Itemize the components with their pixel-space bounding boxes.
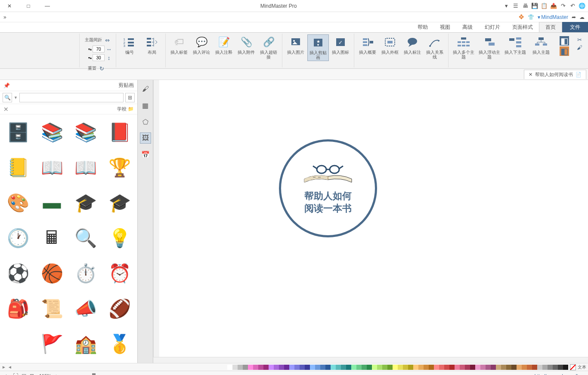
- color-swatch[interactable]: [325, 365, 331, 370]
- color-swatch[interactable]: [444, 365, 449, 370]
- color-swatch[interactable]: [532, 365, 537, 370]
- swatch-scroll-right[interactable]: ►: [2, 365, 6, 369]
- color-swatch[interactable]: [511, 365, 517, 370]
- clipart-grad-cap1[interactable]: 🎓: [105, 188, 135, 218]
- central-node[interactable]: 帮助人如何 阅读一本书: [279, 139, 377, 237]
- color-swatch[interactable]: [434, 365, 439, 370]
- color-swatch[interactable]: [387, 365, 393, 370]
- insert-comment-button[interactable]: 💬插入评论: [191, 34, 212, 55]
- color-swatch[interactable]: [377, 365, 382, 370]
- doc-name[interactable]: MindMaster ▾: [538, 14, 568, 20]
- zoom-minus[interactable]: −: [116, 373, 119, 375]
- clipart-books-row[interactable]: 📚: [37, 117, 67, 147]
- fill-color2-icon[interactable]: ◧: [560, 46, 569, 56]
- category-close-icon[interactable]: ✕: [3, 106, 9, 113]
- color-swatch[interactable]: [372, 365, 377, 370]
- strip-calendar-icon[interactable]: 📅: [140, 149, 151, 160]
- vertical-scrollbar[interactable]: [153, 80, 159, 357]
- close-button[interactable]: ✕: [0, 0, 19, 12]
- color-swatch[interactable]: [553, 365, 558, 370]
- height-spinner[interactable]: ↕▴▾: [88, 54, 112, 61]
- color-swatch[interactable]: [491, 365, 496, 370]
- doc-tab-close[interactable]: ✕: [529, 72, 532, 77]
- color-swatch[interactable]: [269, 365, 274, 370]
- fill-color-icon[interactable]: ◧: [560, 36, 569, 46]
- insert-note-button[interactable]: 📝插入注释: [213, 34, 235, 55]
- cut-icon[interactable]: ✂: [576, 36, 583, 43]
- layout-button[interactable]: 布局: [141, 34, 163, 55]
- color-swatch[interactable]: [496, 365, 501, 370]
- color-swatch[interactable]: [253, 365, 258, 370]
- globe-icon[interactable]: 🌐: [579, 3, 585, 9]
- insert-multi-button[interactable]: 插入多个主题: [451, 34, 476, 60]
- color-swatch[interactable]: [382, 365, 387, 370]
- color-swatch[interactable]: [548, 365, 553, 370]
- dropdown-icon[interactable]: ▾: [503, 3, 510, 9]
- color-swatch[interactable]: [300, 365, 305, 370]
- color-swatch[interactable]: [289, 365, 294, 370]
- color-swatch[interactable]: [460, 365, 465, 370]
- color-swatch[interactable]: [522, 365, 527, 370]
- clipart-flags[interactable]: 🚩: [37, 329, 67, 359]
- clipart-scroll[interactable]: 📜: [37, 293, 67, 323]
- no-color-swatch[interactable]: [570, 364, 576, 370]
- insert-subtopic-button[interactable]: 插入下主题: [503, 34, 528, 55]
- minimize-button[interactable]: —: [38, 0, 57, 12]
- color-swatch[interactable]: [284, 365, 289, 370]
- arrow-icon[interactable]: ↘: [5, 373, 9, 375]
- undo-icon[interactable]: ↶: [569, 3, 576, 9]
- color-swatch[interactable]: [351, 365, 356, 370]
- insert-boundary-button[interactable]: 插入外框: [379, 34, 401, 55]
- color-swatch[interactable]: [506, 365, 511, 370]
- format-painter-icon[interactable]: 🖌: [576, 44, 583, 51]
- paste-icon[interactable]: 📋: [541, 3, 548, 9]
- canvas[interactable]: 帮助人如何 阅读一本书: [159, 80, 588, 357]
- color-swatch[interactable]: [413, 365, 418, 370]
- clipart-book-shelf[interactable]: 🗄️: [3, 117, 33, 147]
- insert-attach-button[interactable]: 📎插入附件: [235, 34, 257, 55]
- clipart-soccer[interactable]: ⚽: [3, 258, 33, 288]
- clipart-lamp[interactable]: 💡: [105, 223, 135, 253]
- color-swatch[interactable]: [258, 365, 263, 370]
- clipart-backpack[interactable]: 🎒: [3, 293, 33, 323]
- share-icon[interactable]: ➦: [572, 14, 576, 20]
- clipart-school[interactable]: 🏫: [71, 329, 101, 359]
- color-swatch[interactable]: [470, 365, 475, 370]
- search-input[interactable]: [19, 93, 124, 102]
- shirt-icon[interactable]: 👕: [528, 14, 534, 20]
- color-swatch[interactable]: [279, 365, 284, 370]
- cloud-icon[interactable]: ☁: [579, 14, 585, 20]
- tab-advanced[interactable]: 高级: [456, 22, 479, 32]
- color-swatch[interactable]: [465, 365, 470, 370]
- color-swatch[interactable]: [408, 365, 413, 370]
- width-spinner[interactable]: ↔▴▾: [88, 46, 112, 52]
- color-swatch[interactable]: [558, 365, 563, 370]
- color-swatch[interactable]: [480, 365, 486, 370]
- clipart-chalkboard[interactable]: ▬: [37, 188, 67, 218]
- insert-tag-button[interactable]: 🏷插入标签: [168, 34, 190, 55]
- color-swatch[interactable]: [263, 365, 269, 370]
- color-swatch[interactable]: [527, 365, 532, 370]
- color-swatch[interactable]: [336, 365, 341, 370]
- search-dropdown-icon[interactable]: ▼: [14, 95, 18, 100]
- website-link[interactable]: http://www.edrawsoft.cn: [535, 373, 585, 375]
- color-swatch[interactable]: [537, 365, 542, 370]
- color-swatch[interactable]: [310, 365, 315, 370]
- color-swatch[interactable]: [501, 365, 506, 370]
- clipart-grad-cap2[interactable]: 🎓: [71, 188, 101, 218]
- insert-callout-button[interactable]: 插入标注: [402, 34, 423, 55]
- print-icon[interactable]: 🖶: [522, 3, 529, 9]
- search-icon[interactable]: 🔍: [3, 93, 12, 102]
- insert-clipart-button[interactable]: ★♥插入剪贴画: [307, 34, 329, 61]
- insert-picture-button[interactable]: 插入图片: [285, 34, 306, 55]
- maximize-button[interactable]: □: [19, 0, 38, 12]
- color-swatch[interactable]: [449, 365, 455, 370]
- strip-tasks-icon[interactable]: ▦: [140, 100, 151, 111]
- insert-link-button[interactable]: 🔗插入超链接: [258, 34, 279, 60]
- insert-summary-button[interactable]: 插入概要: [357, 34, 378, 55]
- grid-view-icon[interactable]: ⊞: [125, 93, 135, 102]
- color-swatch[interactable]: [356, 365, 362, 370]
- zoom-plus[interactable]: +: [55, 373, 57, 375]
- color-swatch[interactable]: [362, 365, 367, 370]
- color-swatch[interactable]: [418, 365, 424, 370]
